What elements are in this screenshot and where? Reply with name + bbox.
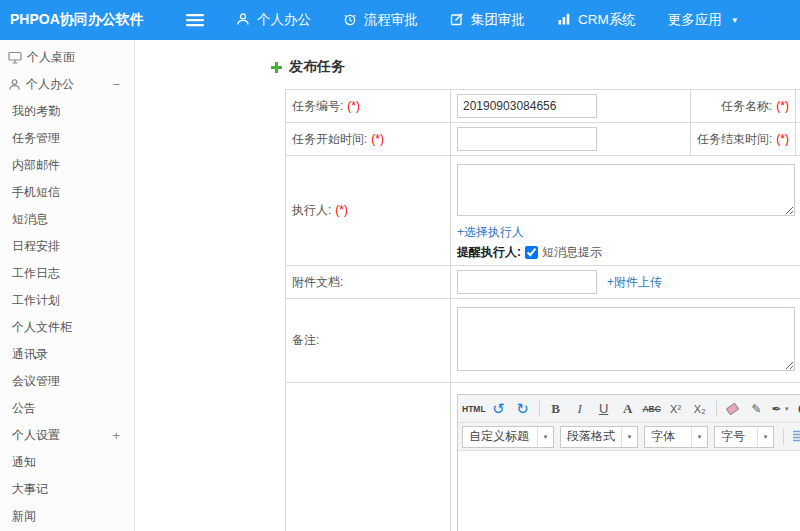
underline-button[interactable]: U (593, 398, 615, 419)
sidebar-item-news[interactable]: 新闻 (0, 503, 134, 530)
remark-textarea[interactable] (457, 307, 795, 371)
source-code-button[interactable]: HTML (462, 398, 486, 419)
heading-select[interactable]: 自定义标题▼ (462, 426, 554, 448)
task-no-input[interactable] (457, 94, 597, 118)
sidebar-item-contacts[interactable]: 通讯录 (0, 341, 134, 368)
align-left-icon[interactable] (789, 427, 800, 447)
redo-button[interactable]: ↻ (512, 398, 534, 419)
blockquote-button[interactable]: 66 (794, 398, 800, 419)
nav-more-apps[interactable]: 更多应用 ▼ (652, 0, 755, 40)
editor-toolbar-row1: HTML ↺ ↻ B I U A ABC X² X₂ (458, 395, 800, 423)
sms-remind-label: 短消息提示 (542, 244, 602, 261)
sidebar-item-label: 个人文件柜 (12, 319, 72, 336)
toolbar-separator (539, 401, 540, 417)
nav-group-approval[interactable]: 集团审批 (434, 0, 541, 40)
end-time-label: 任务结束时间: (697, 132, 772, 146)
sidebar-item-label: 工作日志 (12, 265, 60, 282)
sidebar-item-label: 通知 (12, 454, 36, 471)
collapse-icon[interactable]: − (112, 77, 134, 92)
app-logo: PHPOA协同办公软件 (0, 11, 180, 29)
required-mark: (*) (335, 203, 348, 217)
menu-toggle-button[interactable] (180, 0, 210, 40)
nav-label: 集团审批 (471, 11, 525, 29)
strikethrough-button[interactable]: ABC (641, 398, 663, 419)
caret-down-icon: ▼ (691, 427, 707, 447)
sidebar-item-personal-office[interactable]: 个人办公 − (0, 71, 134, 98)
rich-text-editor: HTML ↺ ↻ B I U A ABC X² X₂ (457, 394, 800, 531)
sidebar-item-work-log[interactable]: 工作日志 (0, 260, 134, 287)
sidebar-item-label: 大事记 (12, 481, 48, 498)
choose-executor-link[interactable]: +选择执行人 (457, 224, 524, 241)
start-time-input[interactable] (457, 127, 597, 151)
bold-button[interactable]: B (545, 398, 567, 419)
sidebar-item-label: 日程安排 (12, 238, 60, 255)
pen-icon: ✒ (772, 402, 782, 416)
desktop-icon (8, 51, 22, 64)
sidebar-item-notice[interactable]: 通知 (0, 449, 134, 476)
sidebar-item-meeting-management[interactable]: 会议管理 (0, 368, 134, 395)
executor-textarea[interactable] (457, 164, 795, 216)
nav-process-approval[interactable]: 流程审批 (327, 0, 434, 40)
superscript-button[interactable]: X² (665, 398, 687, 419)
sidebar-item-major-events[interactable]: 大事记 (0, 476, 134, 503)
sidebar-item-attendance[interactable]: 我的考勤 (0, 98, 134, 125)
sidebar-item-task-management[interactable]: 任务管理 (0, 125, 134, 152)
clock-icon (343, 12, 357, 29)
editor-content-area[interactable] (458, 451, 800, 531)
remove-format-button[interactable] (722, 398, 744, 419)
sidebar-item-announcement[interactable]: 公告 (0, 395, 134, 422)
executor-label: 执行人: (292, 203, 331, 217)
sidebar-item-mobile-sms[interactable]: 手机短信 (0, 179, 134, 206)
required-mark: (*) (371, 132, 384, 146)
sidebar-item-label: 内部邮件 (12, 157, 60, 174)
nav-crm-system[interactable]: CRM系统 (541, 0, 652, 40)
nav-personal-office[interactable]: 个人办公 (220, 0, 327, 40)
format-brush-button[interactable]: ✎ (746, 398, 768, 419)
required-mark: (*) (776, 132, 789, 146)
editor-toolbar-row2: 自定义标题▼ 段落格式▼ 字体▼ 字号▼ (458, 423, 800, 451)
sidebar-item-personal-settings[interactable]: 个人设置 + (0, 422, 134, 449)
caret-down-icon: ▼ (757, 427, 773, 447)
sidebar-item-label: 会议管理 (12, 373, 60, 390)
pen-color-button[interactable]: ✒▼ (770, 398, 792, 419)
font-family-select[interactable]: 字体▼ (644, 426, 708, 448)
sidebar-item-short-message[interactable]: 短消息 (0, 206, 134, 233)
font-style-button[interactable]: A (617, 398, 639, 419)
sidebar-item-label: 新闻 (12, 508, 36, 525)
sidebar-item-internal-mail[interactable]: 内部邮件 (0, 152, 134, 179)
required-mark: (*) (776, 99, 789, 113)
undo-button[interactable]: ↺ (488, 398, 510, 419)
sidebar: 个人桌面 个人办公 − 我的考勤 任务管理 内部邮件 手机短信 短消息 日程安排… (0, 40, 135, 531)
font-size-select[interactable]: 字号▼ (714, 426, 774, 448)
page-title: 发布任务 (270, 58, 800, 76)
topbar: PHPOA协同办公软件 个人办公 流程审批 集团审批 (0, 0, 800, 40)
edit-icon (450, 12, 464, 29)
sidebar-item-personal-desktop[interactable]: 个人桌面 (0, 44, 134, 71)
sms-remind-checkbox[interactable] (525, 246, 538, 259)
nav-label: 流程审批 (364, 11, 418, 29)
attachment-upload-link[interactable]: +附件上传 (607, 274, 662, 291)
italic-button[interactable]: I (569, 398, 591, 419)
sidebar-item-file-cabinet[interactable]: 个人文件柜 (0, 314, 134, 341)
caret-down-icon: ▼ (731, 16, 739, 25)
sidebar-item-label: 任务管理 (12, 130, 60, 147)
table-row: 附件文档: +附件上传 (286, 266, 800, 299)
subscript-button[interactable]: X₂ (689, 398, 711, 419)
paragraph-format-select[interactable]: 段落格式▼ (560, 426, 638, 448)
sidebar-item-schedule[interactable]: 日程安排 (0, 233, 134, 260)
caret-down-icon: ▼ (537, 427, 553, 447)
expand-icon[interactable]: + (112, 428, 134, 443)
sidebar-item-label: 公告 (12, 400, 36, 417)
heading-select-value: 自定义标题 (469, 428, 529, 445)
page-title-text: 发布任务 (289, 58, 345, 76)
toolbar-separator (716, 401, 717, 417)
plus-icon (270, 61, 283, 74)
table-row: 执行人:(*) +选择执行人 提醒执行人: 短消息提示 (286, 156, 800, 266)
eraser-icon (726, 402, 740, 415)
attachment-input[interactable] (457, 270, 597, 294)
remind-executor-label: 提醒执行人: (457, 244, 521, 261)
attachment-label: 附件文档: (292, 275, 343, 289)
app-window: PHPOA协同办公软件 个人办公 流程审批 集团审批 (0, 0, 800, 531)
sidebar-item-work-plan[interactable]: 工作计划 (0, 287, 134, 314)
caret-down-icon: ▼ (621, 427, 637, 447)
